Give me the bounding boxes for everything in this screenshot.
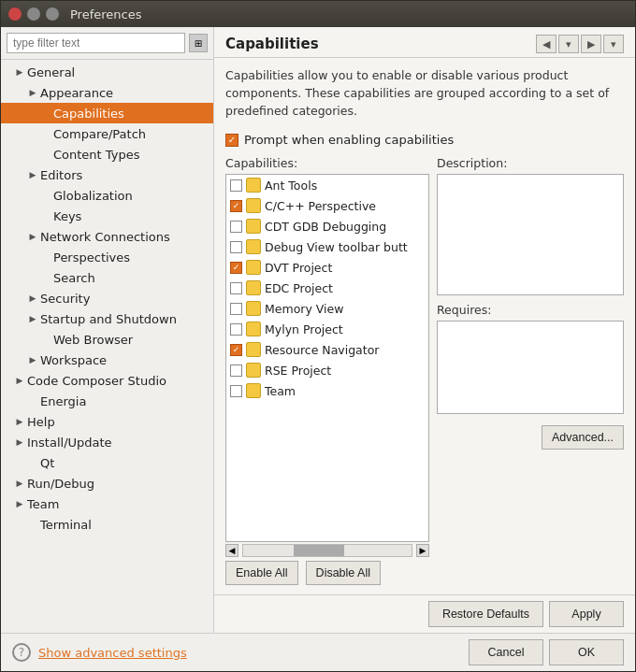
tree-label-help: Help xyxy=(27,415,55,429)
req-header: Requires: xyxy=(437,303,624,317)
cap-item-mylyn-project[interactable]: Mylyn Project xyxy=(226,319,428,339)
advanced-settings-link[interactable]: Show advanced settings xyxy=(38,646,187,660)
tree-item-code-composer-studio[interactable]: ▶Code Composer Studio xyxy=(1,370,213,391)
apply-button[interactable]: Apply xyxy=(549,601,624,627)
scroll-left-arrow[interactable]: ◀ xyxy=(225,544,238,557)
maximize-button[interactable] xyxy=(46,7,59,21)
nav-back-button[interactable]: ◀ xyxy=(536,35,556,53)
help-icon[interactable]: ? xyxy=(12,643,31,662)
ok-button[interactable]: OK xyxy=(549,639,624,665)
cap-label-resource-navigator: Resource Navigator xyxy=(265,343,379,357)
tree-item-globalization[interactable]: Globalization xyxy=(1,185,213,206)
cap-item-team[interactable]: Team xyxy=(226,380,428,401)
cap-item-debug-view-toolbar[interactable]: Debug View toolbar butt xyxy=(226,236,428,257)
tree-item-content-types[interactable]: Content Types xyxy=(1,144,213,164)
cancel-button[interactable]: Cancel xyxy=(469,639,543,665)
cap-item-dvt-project[interactable]: ✓DVT Project xyxy=(226,257,428,278)
disable-all-button[interactable]: Disable All xyxy=(306,561,381,585)
cap-icon-cpp-perspective xyxy=(246,198,261,213)
cap-checkbox-resource-navigator[interactable]: ✓ xyxy=(230,344,242,356)
minimize-button[interactable] xyxy=(27,7,40,21)
cap-checkbox-cpp-perspective[interactable]: ✓ xyxy=(230,200,242,212)
tree-item-network-connections[interactable]: ▶Network Connections xyxy=(1,226,213,247)
tree-item-general[interactable]: ▶General xyxy=(1,62,213,82)
prompt-checkbox[interactable]: ✓ xyxy=(225,134,238,147)
tree-item-team[interactable]: ▶Team xyxy=(1,493,213,514)
capabilities-list[interactable]: Ant Tools✓C/C++ PerspectiveCDT GDB Debug… xyxy=(225,174,429,542)
tree-label-general: General xyxy=(27,65,75,79)
tree-label-editors: Editors xyxy=(40,168,82,182)
tree-arrow-appearance: ▶ xyxy=(27,87,38,98)
tree-item-install-update[interactable]: ▶Install/Update xyxy=(1,432,213,452)
cap-item-resource-navigator[interactable]: ✓Resource Navigator xyxy=(226,339,428,360)
tree-arrow-run-debug: ▶ xyxy=(14,478,25,489)
cap-item-memory-view[interactable]: Memory View xyxy=(226,298,428,319)
tree-item-perspectives[interactable]: Perspectives xyxy=(1,247,213,267)
tree-label-compare-patch: Compare/Patch xyxy=(53,127,146,141)
capabilities-col-header: Capabilities: xyxy=(225,156,429,170)
scrollbar-track[interactable] xyxy=(242,544,412,557)
two-col-layout: Capabilities: Ant Tools✓C/C++ Perspectiv… xyxy=(225,156,624,585)
tree-item-web-browser[interactable]: Web Browser xyxy=(1,329,213,350)
prompt-label: Prompt when enabling capabilities xyxy=(244,133,454,147)
tree-item-capabilities[interactable]: Capabilities xyxy=(1,103,213,123)
tree-item-editors[interactable]: ▶Editors xyxy=(1,164,213,185)
cap-label-dvt-project: DVT Project xyxy=(265,261,332,275)
tree-item-help[interactable]: ▶Help xyxy=(1,411,213,432)
tree-arrow-perspectives xyxy=(40,251,51,263)
requires-box xyxy=(437,321,624,414)
scroll-right-arrow[interactable]: ▶ xyxy=(416,544,429,557)
nav-forward-dropdown-button[interactable]: ▾ xyxy=(603,35,624,53)
cap-item-cpp-perspective[interactable]: ✓C/C++ Perspective xyxy=(226,195,428,216)
tree-arrow-team: ▶ xyxy=(14,498,25,509)
cap-checkbox-dvt-project[interactable]: ✓ xyxy=(230,262,242,274)
restore-defaults-button[interactable]: Restore Defaults xyxy=(428,601,543,627)
left-panel: ⊞ ▶General▶AppearanceCapabilitiesCompare… xyxy=(1,27,214,633)
tree-item-search[interactable]: Search xyxy=(1,267,213,288)
tree-item-keys[interactable]: Keys xyxy=(1,206,213,226)
tree-item-appearance[interactable]: ▶Appearance xyxy=(1,82,213,103)
tree-arrow-network-connections: ▶ xyxy=(27,231,38,242)
bottom-right: Cancel OK xyxy=(469,639,624,665)
filter-input[interactable] xyxy=(7,33,185,53)
tree-item-energia[interactable]: Energia xyxy=(1,391,213,411)
tree-label-run-debug: Run/Debug xyxy=(27,477,94,491)
desc-header: Description: xyxy=(437,156,624,170)
cap-checkbox-cdt-gdb-debugging[interactable] xyxy=(230,221,242,233)
cap-item-ant-tools[interactable]: Ant Tools xyxy=(226,175,428,195)
tree-arrow-startup-shutdown: ▶ xyxy=(27,313,38,324)
close-button[interactable] xyxy=(8,7,22,21)
right-header: Capabilities ◀ ▾ ▶ ▾ xyxy=(214,27,635,58)
cap-checkbox-memory-view[interactable] xyxy=(230,303,242,315)
capabilities-title: Capabilities xyxy=(225,36,319,52)
cap-item-cdt-gdb-debugging[interactable]: CDT GDB Debugging xyxy=(226,216,428,236)
tree-arrow-security: ▶ xyxy=(27,293,38,304)
tree-arrow-qt xyxy=(27,457,38,468)
tree-item-qt[interactable]: Qt xyxy=(1,452,213,473)
cap-checkbox-mylyn-project[interactable] xyxy=(230,323,242,336)
tree-item-terminal[interactable]: Terminal xyxy=(1,514,213,535)
cap-checkbox-debug-view-toolbar[interactable] xyxy=(230,241,242,253)
cap-checkbox-rse-project[interactable] xyxy=(230,365,242,377)
tree-label-team: Team xyxy=(27,497,59,511)
tree-item-compare-patch[interactable]: Compare/Patch xyxy=(1,123,213,144)
tree-label-terminal: Terminal xyxy=(40,518,92,532)
cap-checkbox-ant-tools[interactable] xyxy=(230,179,242,192)
cap-item-edc-project[interactable]: EDC Project xyxy=(226,278,428,298)
cap-checkbox-edc-project[interactable] xyxy=(230,282,242,294)
tree-item-security[interactable]: ▶Security xyxy=(1,288,213,308)
enable-all-button[interactable]: Enable All xyxy=(225,561,298,585)
nav-buttons: ◀ ▾ ▶ ▾ xyxy=(536,35,624,53)
tree-item-startup-shutdown[interactable]: ▶Startup and Shutdown xyxy=(1,308,213,329)
nav-forward-button[interactable]: ▶ xyxy=(581,35,601,53)
tree-item-run-debug[interactable]: ▶Run/Debug xyxy=(1,473,213,493)
tree-label-appearance: Appearance xyxy=(40,86,113,100)
tree-arrow-content-types xyxy=(40,149,51,160)
nav-back-dropdown-button[interactable]: ▾ xyxy=(558,35,579,53)
tree-item-workspace[interactable]: ▶Workspace xyxy=(1,350,213,370)
cap-item-rse-project[interactable]: RSE Project xyxy=(226,360,428,380)
filter-icon[interactable]: ⊞ xyxy=(189,34,208,52)
advanced-button[interactable]: Advanced... xyxy=(542,425,624,450)
cap-checkbox-team[interactable] xyxy=(230,385,242,397)
cap-icon-team xyxy=(246,383,261,398)
